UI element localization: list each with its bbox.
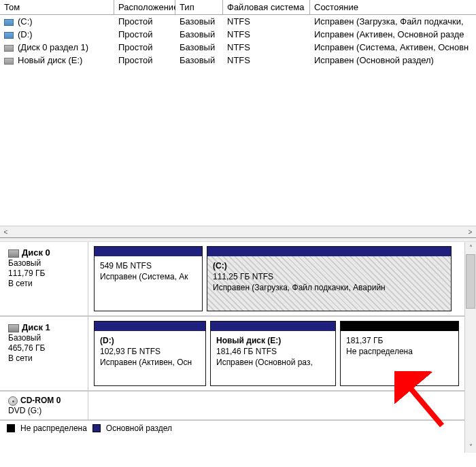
partition[interactable]: Новый диск (E:)181,46 ГБ NTFSИсправен (О… xyxy=(210,321,336,386)
disk-size: 465,76 ГБ xyxy=(8,343,82,353)
scroll-right-icon[interactable]: > xyxy=(464,226,476,237)
partition-status: Исправен (Система, Ак xyxy=(100,271,197,282)
cd-rom-label: CD-ROM 0 DVD (G:) xyxy=(0,392,88,419)
partition-body: 181,37 ГБНе распределена xyxy=(341,331,458,385)
disk-type: Базовый xyxy=(8,333,82,343)
partition-size: 111,25 ГБ NTFS xyxy=(213,271,445,282)
cd-empty-area xyxy=(88,392,476,419)
disk-icon xyxy=(8,324,19,332)
partition-bar xyxy=(95,247,202,256)
volume-status: Исправен (Основной раздел) xyxy=(310,54,476,66)
cd-sub: DVD (G:) xyxy=(8,406,82,415)
col-type[interactable]: Тип xyxy=(175,0,223,15)
disk-row: Диск 0 Базовый 111,79 ГБ В сети549 МБ NT… xyxy=(0,242,476,317)
col-status[interactable]: Состояние xyxy=(310,0,476,15)
vertical-scrollbar[interactable]: ˄ ˅ xyxy=(464,242,476,453)
horizontal-scrollbar[interactable]: < > xyxy=(0,226,476,237)
volume-fs: NTFS xyxy=(223,29,310,40)
partition-body: Новый диск (E:)181,46 ГБ NTFSИсправен (О… xyxy=(211,331,335,385)
volume-name: (Диск 0 раздел 1) xyxy=(18,42,88,52)
partition[interactable]: (D:)102,93 ГБ NTFSИсправен (Активен, Осн xyxy=(94,321,206,386)
disk-status: В сети xyxy=(8,353,82,363)
volume-name: Новый диск (E:) xyxy=(18,55,82,65)
table-row[interactable]: Новый диск (E:)ПростойБазовыйNTFSИсправе… xyxy=(0,54,476,67)
disk-label[interactable]: Диск 0 Базовый 111,79 ГБ В сети xyxy=(0,242,88,315)
scroll-up-icon[interactable]: ˄ xyxy=(465,242,476,254)
partition-status: Не распределена xyxy=(346,346,453,357)
partition[interactable]: 549 МБ NTFSИсправен (Система, Ак xyxy=(94,246,203,311)
scroll-left-icon[interactable]: < xyxy=(0,226,12,237)
disk-name: Диск 0 xyxy=(22,247,50,258)
partition-body: (C:)111,25 ГБ NTFSИсправен (Загрузка, Фа… xyxy=(207,256,451,311)
volume-icon xyxy=(4,32,14,39)
legend-primary: Основной раздел xyxy=(106,423,172,433)
partition-bar xyxy=(211,322,335,331)
volume-status: Исправен (Система, Активен, Основн xyxy=(310,41,476,53)
partition[interactable]: 181,37 ГБНе распределена xyxy=(340,321,459,386)
volume-loc: Простой xyxy=(114,29,175,40)
disk-status: В сети xyxy=(8,279,82,288)
disk-type: Базовый xyxy=(8,258,82,268)
table-row[interactable]: (D:)ПростойБазовыйNTFSИсправен (Активен,… xyxy=(0,28,476,41)
disks-container: Диск 0 Базовый 111,79 ГБ В сети549 МБ NT… xyxy=(0,242,476,392)
col-tom[interactable]: Том xyxy=(0,0,114,15)
volume-loc: Простой xyxy=(114,16,175,27)
scroll-track[interactable] xyxy=(12,226,464,237)
volume-icon xyxy=(4,58,14,65)
partition-size: 181,37 ГБ xyxy=(346,335,453,346)
col-loc[interactable]: Расположение xyxy=(114,0,175,15)
partition-status: Исправен (Загрузка, Файл подкачки, Авари… xyxy=(213,282,445,293)
volume-icon xyxy=(4,19,14,26)
partition-body: (D:)102,93 ГБ NTFSИсправен (Активен, Осн xyxy=(95,331,205,385)
partition-status: Исправен (Основной раз, xyxy=(216,357,330,368)
volume-type: Базовый xyxy=(175,29,223,40)
partition-size: 181,46 ГБ NTFS xyxy=(216,346,330,357)
disk-row: Диск 1 Базовый 465,76 ГБ В сети(D:)102,9… xyxy=(0,317,476,392)
partition-area: (D:)102,93 ГБ NTFSИсправен (Активен, Осн… xyxy=(88,317,476,390)
legend-unallocated: Не распределена xyxy=(20,423,87,433)
scroll-thumb[interactable] xyxy=(466,254,475,309)
disk-icon xyxy=(8,249,19,258)
volume-list-pane: Том Расположение Тип Файловая система Со… xyxy=(0,0,476,238)
disk-label[interactable]: Диск 1 Базовый 465,76 ГБ В сети xyxy=(0,317,88,390)
partition-status: Исправен (Активен, Осн xyxy=(100,357,200,368)
table-row[interactable]: (Диск 0 раздел 1)ПростойБазовыйNTFSИспра… xyxy=(0,41,476,54)
volume-loc: Простой xyxy=(114,54,175,66)
partition[interactable]: (C:)111,25 ГБ NTFSИсправен (Загрузка, Фа… xyxy=(207,246,452,311)
volume-loc: Простой xyxy=(114,41,175,53)
partition-title: (C:) xyxy=(213,260,445,271)
disk-graphic-pane: Диск 0 Базовый 111,79 ГБ В сети549 МБ NT… xyxy=(0,242,476,453)
volume-table-header: Том Расположение Тип Файловая система Со… xyxy=(0,0,476,15)
disk-name: Диск 1 xyxy=(22,322,50,332)
volume-type: Базовый xyxy=(175,41,223,53)
partition-size: 102,93 ГБ NTFS xyxy=(100,346,200,357)
scroll-down-icon[interactable]: ˅ xyxy=(465,441,476,453)
col-fs[interactable]: Файловая система xyxy=(223,0,310,15)
volume-status: Исправен (Активен, Основной разде xyxy=(310,29,476,40)
volume-fs: NTFS xyxy=(223,54,310,66)
volume-name: (C:) xyxy=(18,16,33,27)
cd-name: CD-ROM 0 xyxy=(20,396,61,405)
volume-status: Исправен (Загрузка, Файл подкачки, xyxy=(310,16,476,27)
volume-name: (D:) xyxy=(18,29,33,39)
partition-bar xyxy=(95,322,205,331)
partition-bar xyxy=(341,322,458,331)
disk-size: 111,79 ГБ xyxy=(8,269,82,278)
volume-fs: NTFS xyxy=(223,41,310,53)
legend-swatch-primary xyxy=(92,424,101,432)
legend: Не распределена Основной раздел xyxy=(0,421,476,436)
scroll-track-v[interactable] xyxy=(465,309,476,441)
volume-table-body: (C:)ПростойБазовыйNTFSИсправен (Загрузка… xyxy=(0,15,476,226)
partition-area: 549 МБ NTFSИсправен (Система, Ак(C:)111,… xyxy=(88,242,476,315)
partition-bar xyxy=(207,247,451,256)
partition-body: 549 МБ NTFSИсправен (Система, Ак xyxy=(95,256,202,311)
legend-swatch-unallocated xyxy=(7,424,15,432)
volume-type: Базовый xyxy=(175,54,223,66)
partition-size: 549 МБ NTFS xyxy=(100,260,197,271)
cd-rom-row[interactable]: CD-ROM 0 DVD (G:) xyxy=(0,392,476,421)
volume-icon xyxy=(4,45,14,52)
partition-title: Новый диск (E:) xyxy=(216,335,330,346)
partition-title: (D:) xyxy=(100,335,200,346)
table-row[interactable]: (C:)ПростойБазовыйNTFSИсправен (Загрузка… xyxy=(0,15,476,28)
disc-icon xyxy=(8,396,18,406)
